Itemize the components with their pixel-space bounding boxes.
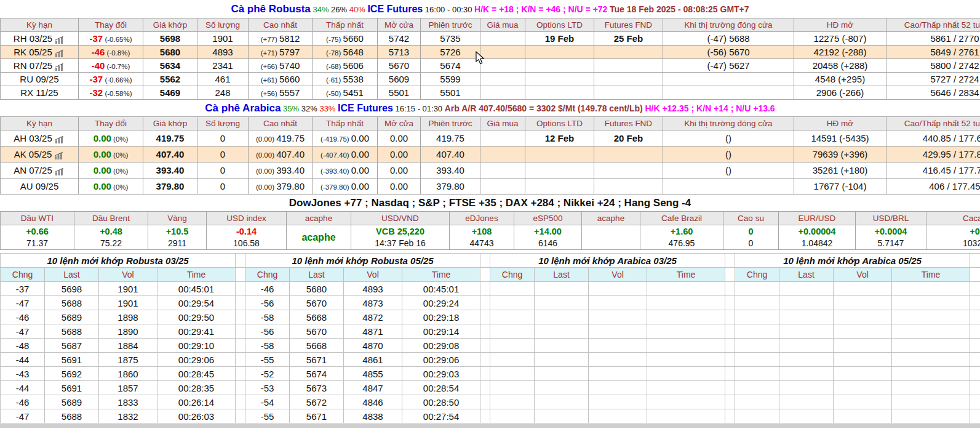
spacer-cell — [970, 339, 980, 353]
cell-order-last: 5688 — [45, 296, 99, 310]
order-row: -445691187500:29:06-555671486100:29:06 — [1, 353, 980, 367]
cell-order-change — [735, 381, 779, 395]
cell-order-time: 00:28:35 — [157, 381, 236, 395]
spacer-cell — [725, 282, 735, 296]
cell-prev-session: 5674 — [421, 59, 480, 73]
column-header: Giá mua — [480, 18, 525, 32]
cell-order-time — [647, 296, 725, 310]
robusta-spreads: H/K = +18 ; K/N = +46 ; N/U = +72 — [474, 4, 607, 14]
cell-order-volume: 1875 — [99, 353, 157, 367]
commodity-cell: +10.52911 — [148, 225, 207, 250]
cell-order-volume: 4872 — [344, 310, 402, 324]
cell-order-volume: 1832 — [99, 409, 157, 424]
column-header: Options LTD — [525, 18, 594, 32]
cell-prev-session: 5726 — [421, 46, 480, 59]
cell-last-price: 379.80 — [143, 179, 197, 195]
chart-icon[interactable] — [54, 151, 65, 159]
robusta-header-row: Kỳ hạnThay đổiGiá khớpSố lượngCao nhấtTh… — [1, 18, 980, 32]
cell-order-volume: 1890 — [99, 324, 157, 339]
cell-prev-session: 407.40 — [421, 147, 480, 163]
low-value: 5648 — [343, 47, 364, 57]
cell-order-time: 00:28:50 — [402, 395, 480, 409]
chart-icon[interactable] — [55, 49, 65, 57]
cell-order-change: -58 — [245, 310, 290, 324]
cell-volume: 0 — [197, 147, 249, 163]
cell-change: 0.00 (0%) — [79, 179, 143, 195]
cell-order-change — [735, 409, 779, 424]
cell-prev-session: 5501 — [421, 86, 480, 100]
cell-order-last — [535, 367, 589, 381]
cell-contract: AH 03/25 — [1, 131, 79, 147]
contract-label: RX 11/25 — [20, 87, 58, 98]
cell-order-volume — [589, 296, 647, 310]
change-value: -40 — [92, 60, 105, 71]
low-delta: (-379.80) — [321, 183, 351, 191]
cell-order-time — [892, 409, 970, 424]
cell-volume: 0 — [197, 163, 249, 179]
column-header: Thấp nhất — [313, 117, 378, 131]
column-header: Kỳ hạn — [1, 18, 79, 32]
high-value: 379.80 — [276, 181, 305, 191]
order-row: -475688189000:29:41-565670487100:29:14 — [1, 324, 980, 339]
order-column-header: Chng — [735, 268, 779, 282]
cell-order-change — [735, 324, 779, 339]
cell-order-volume: 4838 — [344, 409, 402, 424]
cell-prev-session: 5735 — [421, 32, 480, 46]
brand-label: acaphe — [288, 232, 349, 243]
commodity-change: 0 — [725, 226, 777, 238]
cell-change: 0.00 (0%) — [79, 163, 143, 179]
chart-icon[interactable] — [55, 36, 65, 44]
cell-open: 0.00 — [378, 163, 421, 179]
high-delta: (0.00) — [256, 167, 276, 175]
commodity-column-header: eDJones — [450, 212, 514, 225]
column-header: Thay đổi — [79, 117, 143, 131]
cell-order-change — [490, 296, 535, 310]
cell-volume: 0 — [197, 131, 249, 147]
commodity-change: VCB 25,220 — [353, 226, 448, 238]
cell-low: (-75) 5660 — [313, 32, 378, 46]
high-value: 393.40 — [276, 165, 305, 175]
cell-bid — [480, 147, 525, 163]
cell-order-volume: 1860 — [99, 367, 157, 381]
cell-bid — [480, 46, 525, 59]
cell-open: 5742 — [378, 32, 421, 46]
column-header: Khi thị trường đóng cửa — [663, 117, 794, 131]
cell-open-interest: 12275 (-807) — [794, 32, 886, 46]
cell-order-change — [735, 282, 779, 296]
cell-market-close — [663, 179, 794, 195]
chart-icon[interactable] — [55, 63, 65, 71]
cell-order-last: 5689 — [45, 310, 99, 324]
robusta-exchange: ICE Futures — [367, 4, 423, 14]
cell-order-time — [647, 282, 725, 296]
cell-52week-range: 440.85 / 177.65 — [886, 131, 980, 147]
order-column-header: Vol — [834, 268, 892, 282]
coffee-futures-board: { "robusta": { "title": { "name": "Cà ph… — [0, 0, 980, 434]
cell-volume: 248 — [197, 86, 249, 100]
arabica-spreads: H/K +12.35 ; K/N +14 ; N/U +13.6 — [645, 103, 775, 113]
commodity-change: +0.48 — [76, 226, 146, 238]
cell-order-change: -46 — [1, 310, 45, 324]
cell-order-change: -43 — [1, 367, 45, 381]
commodities-data-row: +0.6671.37+0.4875.22+10.52911-0.14106.58… — [1, 225, 980, 250]
chart-icon[interactable] — [55, 135, 65, 143]
spacer-cell — [480, 367, 490, 381]
arabica-exchange: ICE Futures — [338, 103, 393, 113]
cell-order-last — [779, 353, 834, 367]
spacer-cell — [480, 353, 490, 367]
column-header: Thấp nhất — [313, 18, 378, 32]
cell-order-last: 5668 — [290, 339, 344, 353]
order-table-title: 10 lệnh mới khớp Arabica 03/25 — [490, 254, 725, 268]
spacer-cell — [725, 353, 735, 367]
chart-icon[interactable] — [55, 167, 65, 175]
cell-order-change — [735, 367, 779, 381]
high-delta: (0.00) — [256, 183, 276, 191]
order-column-header: Last — [535, 268, 589, 282]
commodity-column-header: USD index — [207, 212, 287, 225]
cell-contract: RX 11/25 — [1, 86, 79, 100]
cell-order-time: 00:45:01 — [402, 282, 480, 296]
cell-market-close — [663, 73, 794, 86]
high-value: 419.75 — [276, 133, 305, 143]
cell-order-last — [779, 339, 834, 353]
commodity-column-header: Dầu Brent — [74, 212, 148, 225]
commodity-cell: acaphe — [287, 225, 351, 250]
